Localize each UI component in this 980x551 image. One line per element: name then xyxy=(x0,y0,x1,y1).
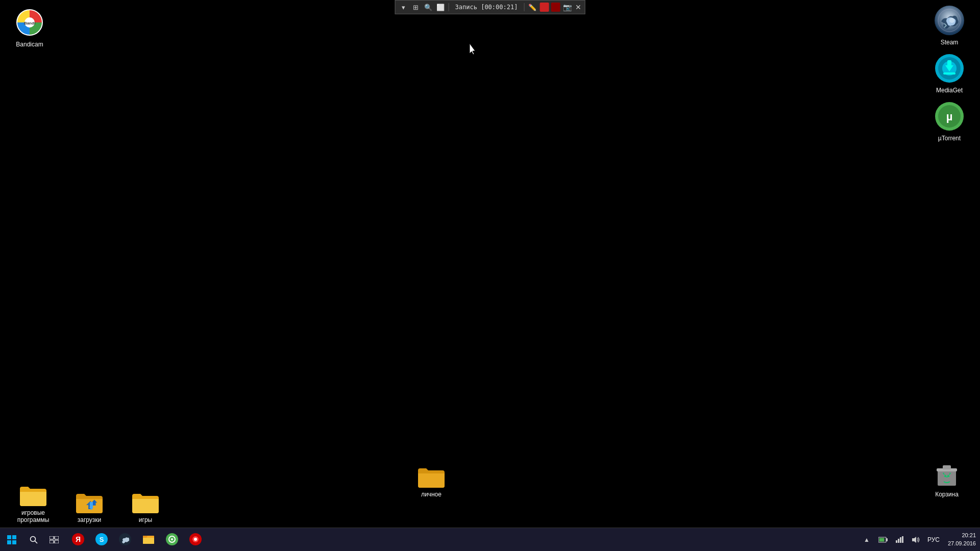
svg-rect-12 xyxy=(938,470,956,486)
toolbar-pen[interactable]: ✏️ xyxy=(527,2,537,12)
svg-rect-14 xyxy=(943,465,951,469)
toolbar-record-btn1[interactable] xyxy=(540,3,549,12)
svg-text:Я: Я xyxy=(76,535,81,543)
steam-svg xyxy=(934,5,965,36)
svg-rect-46 xyxy=(900,537,901,543)
mediaget-label: MediaGet xyxy=(936,87,963,94)
mouse-cursor xyxy=(470,43,478,56)
bottom-left-icons: игровые программы загрузки игры xyxy=(10,481,168,525)
svg-point-40 xyxy=(194,538,197,541)
network-icon xyxy=(895,536,903,543)
svg-rect-44 xyxy=(896,540,897,543)
taskbar-yandex[interactable]: Я xyxy=(66,528,90,552)
bandicam-svg: Bandi xyxy=(15,8,44,37)
taskbar-steam[interactable] xyxy=(113,528,137,552)
toolbar-dropdown[interactable]: ▾ xyxy=(399,2,409,12)
search-icon xyxy=(30,536,38,544)
toolbar-record-btn2[interactable] xyxy=(551,3,560,12)
yandex-icon: Я xyxy=(71,533,85,546)
taskbar-greenshot[interactable] xyxy=(160,528,184,552)
explorer-icon xyxy=(142,533,155,546)
svg-rect-20 xyxy=(7,540,11,544)
folder-igrovye[interactable]: игровые программы xyxy=(10,481,56,525)
korzina-svg xyxy=(933,462,961,489)
tray-date-value: 27.09.2016 xyxy=(948,540,976,547)
tray-time-value: 20:21 xyxy=(948,532,976,539)
toolbar-region[interactable]: ⬜ xyxy=(435,2,446,12)
utorrent-icon[interactable]: µ µTorrent xyxy=(924,98,975,144)
steam-icon[interactable]: Steam xyxy=(924,2,975,48)
skype-icon: S xyxy=(95,533,108,546)
folder-zagruzki-label: загрузки xyxy=(78,516,102,523)
bottom-right-area: Корзина xyxy=(924,460,970,500)
svg-rect-11 xyxy=(90,502,93,508)
tray-language[interactable]: РУС xyxy=(924,536,943,543)
utorrent-svg: µ xyxy=(934,101,965,132)
toolbar-camera[interactable]: 📷 xyxy=(562,2,572,12)
taskbar-pinned-apps: Я S xyxy=(66,528,207,552)
taskbar-task-view[interactable] xyxy=(45,531,63,549)
svg-rect-19 xyxy=(12,535,16,539)
folder-igry-label: игры xyxy=(139,516,152,523)
svg-rect-6 xyxy=(943,72,955,74)
svg-rect-45 xyxy=(898,539,899,543)
svg-rect-21 xyxy=(12,540,16,544)
steam-label: Steam xyxy=(941,39,959,46)
svg-rect-5 xyxy=(947,60,951,66)
bottom-mid-area: личное xyxy=(408,462,454,500)
toolbar-zoom[interactable]: 🔍 xyxy=(423,2,433,12)
korzina-icon[interactable]: Корзина xyxy=(924,460,970,500)
svg-rect-27 xyxy=(55,540,59,543)
svg-rect-24 xyxy=(50,536,54,539)
folder-lichnoe[interactable]: личное xyxy=(408,462,454,500)
bandicam-toolbar[interactable]: ▾ ⊞ 🔍 ⬜ Запись [00:00:21] ✏️ 📷 ✕ xyxy=(395,0,585,14)
taskbar-bandicam[interactable] xyxy=(184,528,207,552)
bandicam-desktop-icon[interactable]: Bandi Bandicam xyxy=(4,4,55,50)
svg-rect-18 xyxy=(7,535,11,539)
svg-rect-42 xyxy=(886,538,888,541)
folder-zagruzki-svg xyxy=(75,490,104,514)
battery-icon xyxy=(878,536,888,543)
taskbar-explorer[interactable] xyxy=(137,528,160,552)
right-desktop-icons: Steam MediaGet µ µTorrent xyxy=(919,0,980,144)
toolbar-time: Запись [00:00:21] xyxy=(452,4,521,11)
korzina-label: Корзина xyxy=(935,491,959,498)
system-tray: ▲ РУС xyxy=(859,532,980,547)
svg-rect-26 xyxy=(50,540,54,543)
svg-rect-34 xyxy=(143,538,154,544)
bandicam-taskbar-icon xyxy=(189,533,202,546)
folder-igrovye-label: игровые программы xyxy=(13,509,53,523)
start-button[interactable] xyxy=(0,528,23,552)
tray-volume[interactable] xyxy=(908,532,923,547)
folder-zagruzki[interactable]: загрузки xyxy=(66,488,112,525)
tray-battery[interactable] xyxy=(875,532,891,547)
utorrent-label: µTorrent xyxy=(938,135,961,142)
svg-line-23 xyxy=(35,541,37,543)
svg-rect-25 xyxy=(55,536,59,539)
tray-expand[interactable]: ▲ xyxy=(859,532,874,547)
toolbar-sep1 xyxy=(449,3,449,11)
svg-text:Bandi: Bandi xyxy=(24,21,35,26)
taskbar-search[interactable] xyxy=(24,531,43,549)
folder-igry-svg xyxy=(131,490,160,514)
greenshot-icon xyxy=(165,533,179,546)
mediaget-svg xyxy=(934,53,965,84)
steam-taskbar-icon xyxy=(118,533,132,546)
svg-text:µ: µ xyxy=(946,110,953,123)
folder-igry[interactable]: игры xyxy=(122,488,168,525)
tray-network[interactable] xyxy=(892,532,907,547)
bandicam-label: Bandicam xyxy=(16,41,43,48)
folder-lichnoe-svg xyxy=(417,464,446,489)
svg-point-37 xyxy=(171,538,173,540)
toolbar-close[interactable]: ✕ xyxy=(575,3,581,11)
tray-clock[interactable]: 20:21 27.09.2016 xyxy=(944,532,980,547)
svg-text:S: S xyxy=(100,536,104,543)
folder-igrovye-svg xyxy=(19,483,47,507)
svg-point-1 xyxy=(949,18,954,23)
taskview-icon xyxy=(50,536,59,543)
toolbar-screen[interactable]: ⊞ xyxy=(411,2,421,12)
volume-icon xyxy=(912,536,920,543)
svg-rect-47 xyxy=(902,536,903,543)
mediaget-icon[interactable]: MediaGet xyxy=(924,50,975,96)
taskbar-skype[interactable]: S xyxy=(90,528,113,552)
